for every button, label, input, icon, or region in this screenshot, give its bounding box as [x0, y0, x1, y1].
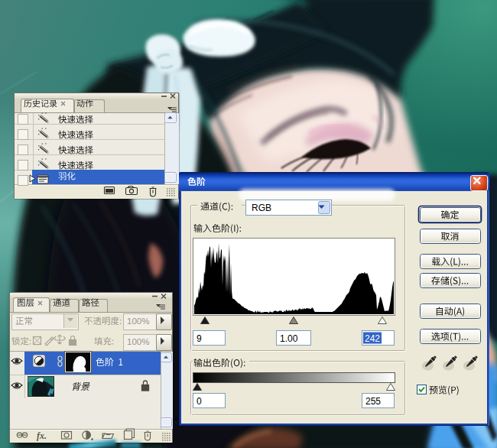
svg-text:1.00: 1.00	[280, 333, 298, 344]
svg-text:242: 242	[365, 333, 380, 344]
svg-text:255: 255	[365, 396, 381, 407]
svg-text:RGB: RGB	[252, 203, 271, 213]
svg-text:fx.: fx.	[37, 430, 47, 441]
svg-text:9: 9	[197, 333, 202, 344]
svg-text:100%: 100%	[127, 317, 149, 326]
svg-text:100%: 100%	[127, 337, 149, 346]
svg-text:0: 0	[197, 396, 202, 407]
